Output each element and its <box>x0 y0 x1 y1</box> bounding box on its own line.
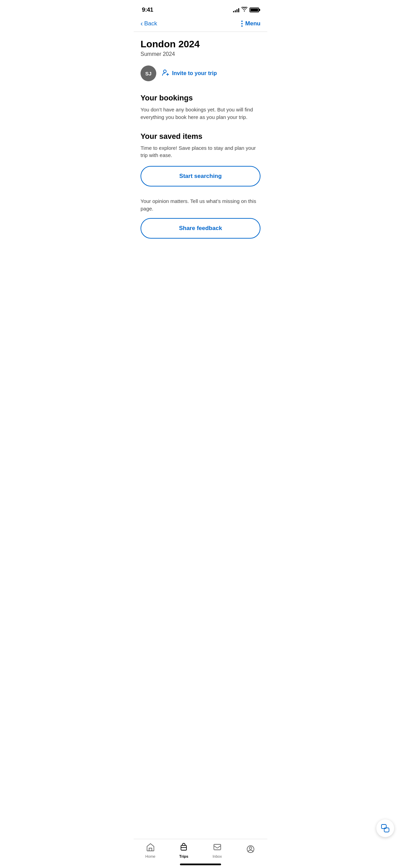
trip-participants: SJ Invite to your trip <box>141 65 260 81</box>
signal-icon <box>233 8 239 12</box>
feedback-description: Your opinion matters. Tell us what’s mis… <box>141 197 260 213</box>
start-searching-button[interactable]: Start searching <box>141 166 260 186</box>
avatar: SJ <box>141 65 156 81</box>
invite-icon <box>162 69 169 78</box>
main-content: London 2024 Summer 2024 SJ Invite to you… <box>134 32 267 273</box>
nav-bar: ‹ Back Menu <box>134 17 267 32</box>
bookings-section: Your bookings You don’t have any booking… <box>141 94 260 121</box>
feedback-section: Your opinion matters. Tell us what’s mis… <box>141 197 260 239</box>
bookings-description: You don’t have any bookings yet. But you… <box>141 106 260 121</box>
back-button[interactable]: ‹ Back <box>141 20 157 27</box>
invite-label: Invite to your trip <box>172 70 217 76</box>
dots-icon <box>241 20 243 27</box>
status-icons <box>233 7 259 13</box>
battery-icon <box>250 8 259 12</box>
svg-point-0 <box>163 70 166 73</box>
invite-button[interactable]: Invite to your trip <box>162 69 217 78</box>
back-label: Back <box>144 20 157 27</box>
trip-title: London 2024 <box>141 39 260 50</box>
status-time: 9:41 <box>142 7 153 13</box>
back-chevron-icon: ‹ <box>141 20 143 27</box>
wifi-icon <box>241 7 247 13</box>
saved-items-description: Time to explore! Save places to stay and… <box>141 144 260 159</box>
trip-header: London 2024 Summer 2024 <box>141 39 260 57</box>
saved-items-title: Your saved items <box>141 132 260 141</box>
menu-label: Menu <box>245 20 260 27</box>
menu-button[interactable]: Menu <box>241 20 260 27</box>
saved-items-section: Your saved items Time to explore! Save p… <box>141 132 260 187</box>
share-feedback-button[interactable]: Share feedback <box>141 218 260 239</box>
trip-subtitle: Summer 2024 <box>141 51 260 57</box>
bookings-title: Your bookings <box>141 94 260 103</box>
status-bar: 9:41 <box>134 0 267 17</box>
